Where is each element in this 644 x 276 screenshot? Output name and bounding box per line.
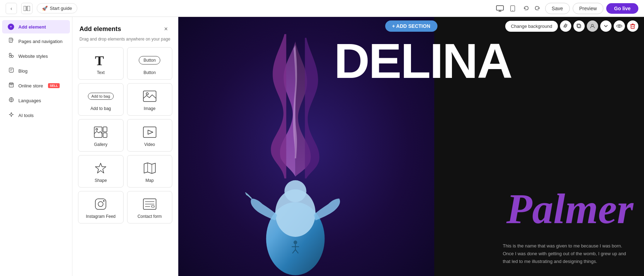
golive-button[interactable]: Go live (606, 3, 638, 14)
svg-rect-0 (24, 6, 26, 11)
svg-point-6 (512, 10, 513, 11)
topbar: ‹ 🚀 Start guide (0, 0, 644, 17)
sidebar-item-blog[interactable]: Blog (2, 64, 70, 78)
elements-grid: T Text Button Button Add to bag Add to b… (72, 47, 178, 229)
shape-element-icon (94, 161, 107, 175)
panel-close-button[interactable]: × (161, 24, 171, 34)
back-icon: ‹ (11, 6, 12, 11)
svg-rect-29 (103, 133, 107, 137)
sidebar: + Add element Pages and navigation Websi… (0, 17, 72, 276)
hero-description: This is the name that was given to me be… (503, 242, 630, 265)
panel-header: Add elements × (72, 17, 178, 37)
layout-button[interactable] (21, 3, 32, 14)
sidebar-item-add-element[interactable]: + Add element (2, 20, 70, 33)
instagram-element-icon (94, 197, 107, 211)
add-to-bag-element-label: Add to bag (90, 106, 111, 111)
sidebar-item-label: Languages (18, 98, 41, 103)
sidebar-item-label: AI tools (18, 113, 34, 118)
text-element-label: Text (97, 70, 105, 75)
topbar-left: ‹ 🚀 Start guide (6, 3, 77, 14)
add-to-bag-element-icon: Add to bag (88, 89, 114, 103)
tablet-device-button[interactable] (507, 3, 518, 14)
preview-button[interactable]: Preview (573, 3, 604, 14)
element-card-button[interactable]: Button Button (127, 47, 173, 80)
avatar-button[interactable] (587, 20, 598, 32)
svg-point-27 (96, 129, 98, 130)
svg-rect-41 (151, 206, 154, 207)
element-card-map[interactable]: Map (127, 155, 173, 188)
panel-title: Add elements (79, 25, 121, 33)
visibility-button[interactable] (614, 20, 625, 32)
element-card-image[interactable]: Image (127, 83, 173, 116)
website-canvas: + ADD SECTION Change background (178, 17, 644, 276)
svg-rect-28 (103, 127, 107, 132)
blog-icon (8, 67, 15, 74)
svg-point-13 (9, 53, 11, 55)
button-preview: Button (139, 56, 160, 65)
eye-icon (616, 24, 622, 29)
gallery-element-label: Gallery (94, 142, 107, 147)
panel-subtitle: Drag and drop elements anywhere on your … (72, 37, 178, 47)
svg-point-15 (9, 55, 11, 57)
svg-rect-2 (496, 6, 503, 10)
sidebar-item-label: Add element (18, 24, 46, 30)
desktop-device-button[interactable] (494, 3, 506, 14)
desktop-icon (496, 5, 504, 12)
delete-button[interactable] (627, 20, 638, 32)
add-element-icon: + (8, 24, 15, 30)
sidebar-item-pages[interactable]: Pages and navigation (2, 34, 70, 48)
duplicate-icon (576, 23, 582, 29)
add-to-bag-preview: Add to bag (88, 93, 114, 100)
trash-icon (630, 23, 635, 29)
image-element-label: Image (144, 106, 155, 111)
save-button[interactable]: Save (545, 3, 570, 14)
back-button[interactable]: ‹ (6, 3, 17, 14)
svg-point-46 (619, 25, 620, 27)
settings-button[interactable] (560, 20, 571, 32)
element-card-instagram[interactable]: Instagram Feed (78, 191, 124, 223)
svg-point-55 (285, 180, 306, 202)
sidebar-item-label: Pages and navigation (18, 39, 62, 44)
pages-icon (8, 38, 15, 45)
redo-icon (535, 6, 540, 11)
element-card-shape[interactable]: Shape (78, 155, 124, 188)
change-background-button[interactable]: Change background (505, 21, 558, 32)
element-card-add-to-bag[interactable]: Add to bag Add to bag (78, 83, 124, 116)
main-layout: + Add element Pages and navigation Websi… (0, 17, 644, 276)
svg-point-14 (11, 55, 13, 57)
chevron-down-icon (603, 23, 609, 29)
move-down-button[interactable] (600, 20, 612, 32)
duplicate-button[interactable] (573, 20, 585, 32)
hero-name-delina: DELINA (202, 36, 644, 86)
undo-button[interactable] (521, 4, 531, 13)
sidebar-item-ai[interactable]: AI tools (2, 108, 70, 122)
svg-rect-30 (143, 127, 156, 137)
element-card-gallery[interactable]: Gallery (78, 119, 124, 152)
element-card-text[interactable]: T Text (78, 47, 124, 80)
redo-button[interactable] (532, 4, 542, 13)
shape-element-label: Shape (95, 178, 107, 183)
sidebar-item-languages[interactable]: Languages (2, 93, 70, 108)
undo-redo-controls (521, 4, 542, 13)
avatar-icon (590, 23, 595, 29)
svg-point-56 (293, 240, 297, 244)
sidebar-item-store[interactable]: Online store SELL (2, 79, 70, 93)
gear-icon (563, 23, 568, 29)
svg-point-25 (146, 93, 148, 95)
svg-rect-34 (95, 199, 106, 209)
add-section-button[interactable]: + ADD SECTION (385, 20, 437, 32)
hero-name-palmer: Palmer (506, 188, 633, 230)
element-card-contact-form[interactable]: Contact form (127, 191, 173, 223)
start-guide-button[interactable]: 🚀 Start guide (37, 3, 77, 13)
rocket-icon: 🚀 (42, 6, 48, 11)
section-actions: Change background (505, 20, 638, 32)
layout-icon (24, 6, 30, 11)
topbar-right: Save Preview Go live (494, 3, 638, 14)
styles-icon (8, 53, 15, 60)
tablet-icon (510, 5, 515, 12)
button-element-icon: Button (139, 53, 160, 67)
sidebar-item-styles[interactable]: Website styles (2, 49, 70, 63)
element-card-video[interactable]: Video (127, 119, 173, 152)
svg-point-36 (103, 200, 105, 202)
svg-rect-24 (143, 91, 156, 102)
